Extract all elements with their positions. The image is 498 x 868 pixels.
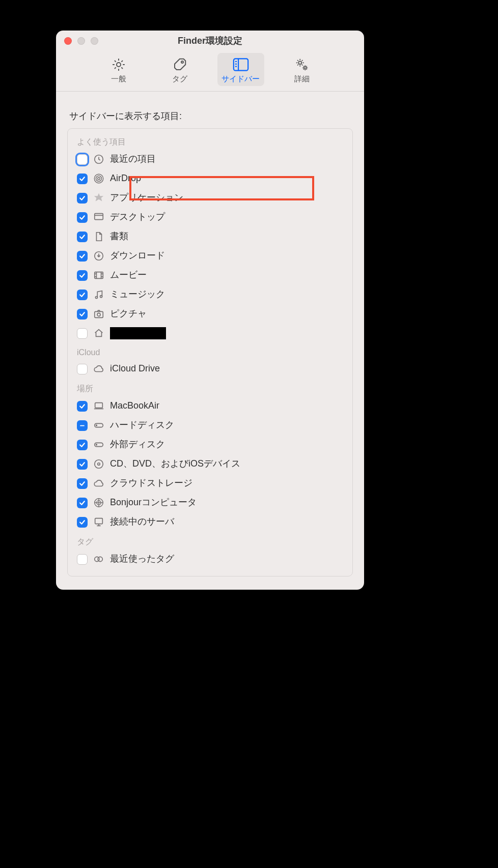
label-music: ミュージック — [110, 290, 165, 300]
label-movies: ムービー — [110, 270, 147, 280]
sidebar-items-panel: よく使う項目 最近の項目 AirDrop — [67, 128, 353, 576]
label-thismac: MacBookAir — [110, 401, 159, 411]
row-harddisks: ハードディスク — [73, 416, 347, 435]
row-desktop: デスクトップ — [73, 208, 347, 227]
group-locations: 場所 — [77, 384, 347, 394]
svg-point-1 — [181, 61, 183, 63]
svg-point-10 — [98, 178, 100, 180]
label-harddisks: ハードディスク — [110, 420, 174, 430]
tab-sidebar-label: サイドバー — [222, 74, 260, 84]
cloud-icon — [93, 363, 105, 375]
svg-point-7 — [298, 61, 301, 64]
preferences-window: Finder環境設定 一般 タグ — [56, 31, 364, 590]
traffic-lights — [56, 37, 98, 45]
tab-tags[interactable]: タグ — [156, 53, 203, 86]
close-button[interactable] — [64, 37, 72, 45]
bonjour-icon — [93, 497, 105, 509]
checkbox-documents[interactable] — [77, 232, 88, 242]
label-extdisks: 外部ディスク — [110, 440, 165, 450]
tab-general[interactable]: 一般 — [95, 53, 142, 86]
clock-icon — [93, 153, 105, 165]
titlebar: Finder環境設定 — [56, 31, 364, 51]
checkbox-servers[interactable] — [77, 517, 88, 528]
row-cloud: クラウドストレージ — [73, 474, 347, 493]
group-favorites: よく使う項目 — [77, 137, 347, 148]
svg-rect-13 — [95, 214, 103, 220]
row-iclouddrive: iCloud Drive — [73, 359, 347, 379]
movie-icon — [93, 269, 105, 281]
document-icon — [93, 230, 105, 243]
label-opticals: CD、DVD、およびiOSデバイス — [110, 459, 240, 469]
checkbox-movies[interactable] — [77, 270, 88, 281]
checkbox-downloads[interactable] — [77, 251, 88, 262]
label-documents: 書類 — [110, 232, 128, 242]
camera-icon — [93, 308, 105, 320]
group-tags: タグ — [77, 537, 347, 547]
harddisk-icon — [93, 419, 105, 431]
server-icon — [93, 516, 105, 528]
checkbox-home[interactable] — [77, 328, 88, 339]
row-thismac: MacBookAir — [73, 396, 347, 416]
checkbox-airdrop[interactable] — [77, 173, 88, 184]
tag-icon — [171, 56, 188, 73]
svg-point-8 — [304, 67, 307, 69]
download-icon — [93, 250, 105, 262]
svg-rect-27 — [95, 403, 103, 408]
checkbox-harddisks[interactable] — [77, 420, 88, 431]
svg-point-34 — [98, 463, 100, 466]
tab-general-label: 一般 — [111, 74, 126, 84]
svg-point-33 — [95, 460, 103, 469]
label-airdrop: AirDrop — [110, 173, 141, 184]
section-heading: サイドバーに表示する項目: — [69, 110, 353, 122]
checkbox-opticals[interactable] — [77, 459, 88, 470]
gear-icon — [110, 56, 127, 73]
svg-rect-2 — [233, 59, 247, 70]
row-extdisks: 外部ディスク — [73, 435, 347, 454]
zoom-button[interactable] — [91, 37, 98, 45]
row-movies: ムービー — [73, 266, 347, 285]
row-recenttags: 最近使ったタグ — [73, 549, 347, 569]
row-servers: 接続中のサーバ — [73, 512, 347, 532]
home-icon — [93, 327, 105, 339]
tab-advanced[interactable]: 詳細 — [279, 53, 325, 86]
checkbox-applications[interactable] — [77, 193, 88, 204]
label-cloud: クラウドストレージ — [110, 478, 192, 488]
toolbar: 一般 タグ サイドバー — [56, 51, 364, 92]
label-desktop: デスクトップ — [110, 212, 165, 222]
checkbox-desktop[interactable] — [77, 212, 88, 223]
svg-point-0 — [117, 63, 121, 67]
label-iclouddrive: iCloud Drive — [110, 364, 160, 374]
svg-rect-39 — [95, 518, 103, 524]
checkbox-iclouddrive[interactable] — [77, 364, 88, 374]
applications-icon — [93, 192, 105, 204]
svg-point-23 — [95, 296, 97, 298]
external-disk-icon — [93, 439, 105, 451]
checkbox-extdisks[interactable] — [77, 440, 88, 450]
checkbox-cloud[interactable] — [77, 478, 88, 489]
checkbox-recent[interactable] — [77, 154, 88, 165]
checkbox-music[interactable] — [77, 290, 88, 300]
checkbox-pictures[interactable] — [77, 309, 88, 320]
tab-advanced-label: 詳細 — [294, 74, 310, 84]
music-icon — [93, 288, 105, 301]
checkbox-bonjour[interactable] — [77, 498, 88, 508]
window-title: Finder環境設定 — [56, 35, 364, 47]
minimize-button[interactable] — [77, 37, 85, 45]
tags-icon — [93, 553, 105, 565]
label-downloads: ダウンロード — [110, 251, 165, 261]
tab-tags-label: タグ — [172, 74, 187, 84]
group-icloud: iCloud — [77, 348, 347, 357]
gears-icon — [293, 56, 311, 73]
content-area: サイドバーに表示する項目: よく使う項目 最近の項目 AirDrop — [56, 92, 364, 590]
svg-point-30 — [96, 425, 97, 426]
svg-rect-16 — [95, 272, 103, 279]
label-pictures: ピクチャ — [110, 309, 147, 319]
tab-sidebar[interactable]: サイドバー — [217, 53, 264, 86]
checkbox-recenttags[interactable] — [77, 554, 88, 565]
row-airdrop: AirDrop — [73, 169, 347, 188]
checkbox-thismac[interactable] — [77, 401, 88, 412]
desktop-icon — [93, 211, 105, 223]
label-applications: アプリケーション — [110, 193, 183, 203]
row-documents: 書類 — [73, 227, 347, 246]
svg-rect-25 — [95, 311, 103, 317]
